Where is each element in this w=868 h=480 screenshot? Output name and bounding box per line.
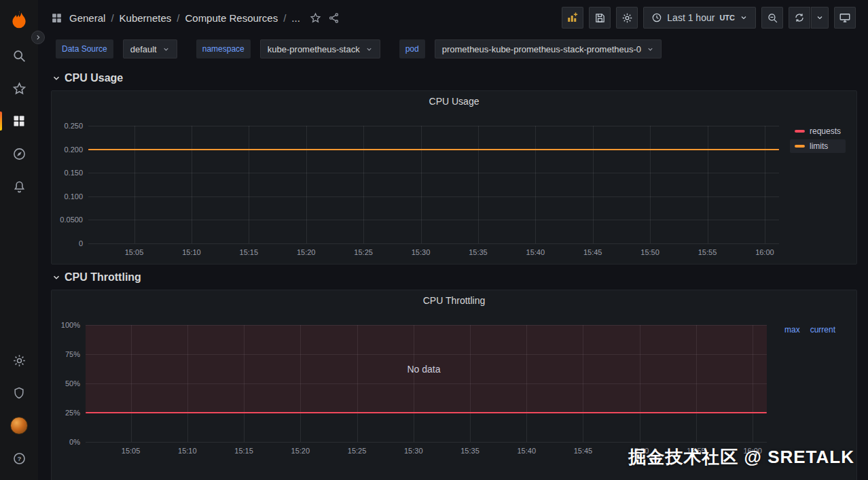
gridline	[249, 126, 249, 243]
share-icon[interactable]	[328, 12, 340, 24]
y-tick-label: 0	[57, 239, 83, 247]
x-tick-label: 15:15	[234, 248, 264, 256]
x-tick-label: 15:45	[568, 447, 598, 455]
breadcrumb-separator: /	[111, 12, 113, 24]
y-tick-label: 100%	[57, 321, 80, 329]
template-variables-row: Data Source default namespace kube-prome…	[38, 35, 868, 65]
chevron-down-icon	[52, 73, 61, 83]
sidebar-item-help[interactable]: ?	[0, 442, 38, 475]
dashboard-apps-icon	[51, 12, 62, 24]
legend-label: limits	[810, 141, 828, 151]
no-data-text: No data	[408, 364, 441, 375]
cycle-view-button[interactable]	[834, 7, 856, 29]
chevron-right-icon	[35, 34, 41, 41]
legend-item[interactable]: limits	[790, 139, 846, 153]
grafana-app: ? General/Kubernetes/Compute Resources/.…	[0, 0, 868, 480]
chevron-down-icon	[52, 273, 61, 282]
breadcrumb-item[interactable]: Kubernetes	[120, 12, 172, 24]
variable-dropdown-pod[interactable]: prometheus-kube-prometheus-stack-prometh…	[435, 39, 662, 58]
x-tick-label: 15:20	[291, 248, 321, 256]
chevron-down-icon	[816, 14, 824, 22]
chevron-down-icon	[740, 14, 748, 22]
svg-text:?: ?	[17, 455, 21, 462]
sidebar-item-configuration[interactable]	[0, 344, 38, 377]
save-dashboard-button[interactable]	[589, 7, 611, 29]
legend: maxcurrent	[784, 325, 835, 335]
gridline	[192, 126, 192, 243]
zoom-out-button[interactable]	[761, 7, 783, 29]
breadcrumb-item[interactable]: Compute Resources	[185, 12, 278, 24]
star-icon	[12, 82, 26, 96]
chevron-down-icon	[365, 46, 373, 53]
grafana-flame-icon	[10, 10, 29, 29]
section-cpu-usage[interactable]: CPU Usage	[51, 65, 857, 90]
panel-title[interactable]: CPU Usage	[52, 91, 856, 112]
star-dashboard-icon[interactable]	[310, 12, 321, 24]
legend-header[interactable]: current	[810, 325, 835, 335]
variable-label-namespace: namespace	[196, 39, 251, 58]
x-tick-label: 15:35	[463, 248, 493, 256]
x-tick-label: 15:10	[173, 447, 202, 455]
legend-swatch-icon	[795, 130, 805, 133]
x-tick-label: 15:40	[520, 248, 550, 256]
bell-icon	[12, 179, 26, 194]
sidebar-item-alerting[interactable]	[0, 170, 38, 203]
x-tick-label: 15:10	[177, 248, 206, 256]
x-tick-label: 15:05	[120, 248, 149, 256]
sidebar-item-starred[interactable]	[0, 72, 38, 105]
chevron-down-icon	[647, 46, 654, 53]
panel-title[interactable]: CPU Throttling	[52, 290, 856, 311]
section-cpu-throttling[interactable]: CPU Throttling	[51, 264, 857, 290]
y-tick-label: 75%	[57, 350, 80, 358]
sidebar-expand-button[interactable]	[31, 31, 45, 44]
legend-header[interactable]: max	[784, 325, 800, 335]
breadcrumb-item[interactable]: ...	[291, 12, 300, 24]
y-tick-label: 0%	[57, 438, 80, 446]
dashboards-grid-icon	[12, 114, 26, 128]
cpu-usage-chart: 00.05000.1000.1500.2000.25015:0515:1015:…	[57, 112, 851, 261]
gridline	[363, 126, 364, 243]
gridline	[421, 126, 422, 243]
time-range-picker[interactable]: Last 1 hour UTC	[643, 7, 756, 29]
shield-icon	[12, 386, 26, 400]
gear-icon	[621, 12, 633, 24]
y-tick-label: 25%	[57, 409, 80, 417]
y-tick-label: 50%	[57, 379, 80, 388]
gridline	[86, 442, 767, 443]
main-area: General/Kubernetes/Compute Resources/...	[38, 0, 868, 480]
breadcrumb-item[interactable]: General	[69, 12, 105, 24]
sidebar-item-profile[interactable]	[0, 409, 38, 442]
add-panel-icon	[566, 12, 579, 24]
gridline	[88, 243, 779, 244]
sidebar-item-search[interactable]	[0, 39, 38, 72]
x-tick-label: 15:20	[285, 447, 315, 455]
dashboard-content: CPU Usage CPU Usage 00.05000.1000.1500.2…	[38, 65, 868, 480]
gridline	[708, 126, 708, 243]
gridline	[535, 126, 536, 243]
x-tick-label: 15:25	[348, 248, 378, 256]
gridline	[478, 126, 479, 243]
save-icon	[594, 12, 606, 24]
dashboard-settings-button[interactable]	[616, 7, 638, 29]
variable-dropdown-namespace[interactable]: kube-prometheus-stack	[260, 39, 380, 58]
x-tick-label: 15:40	[511, 447, 541, 455]
zoom-out-icon	[767, 12, 778, 24]
legend-item[interactable]: requests	[790, 124, 846, 138]
add-panel-button[interactable]	[562, 7, 583, 29]
sidebar-item-dashboards[interactable]	[0, 105, 38, 137]
refresh-split-button	[789, 7, 829, 29]
x-tick-label: 15:25	[342, 447, 372, 455]
refresh-button[interactable]	[789, 7, 810, 29]
y-tick-label: 0.250	[57, 122, 83, 130]
clock-icon	[651, 12, 662, 23]
chevron-down-icon	[162, 46, 170, 53]
x-tick-label: 15:45	[578, 248, 608, 256]
variable-dropdown-datasource[interactable]: default	[123, 39, 177, 58]
sidebar: ?	[0, 0, 38, 480]
refresh-interval-dropdown[interactable]	[811, 7, 829, 29]
panel-cpu-usage: CPU Usage 00.05000.1000.1500.2000.25015:…	[51, 90, 857, 264]
sidebar-item-server-admin[interactable]	[0, 377, 38, 409]
x-tick-label: 15:15	[229, 447, 259, 455]
sidebar-item-explore[interactable]	[0, 137, 38, 170]
y-tick-label: 0.200	[57, 145, 83, 154]
